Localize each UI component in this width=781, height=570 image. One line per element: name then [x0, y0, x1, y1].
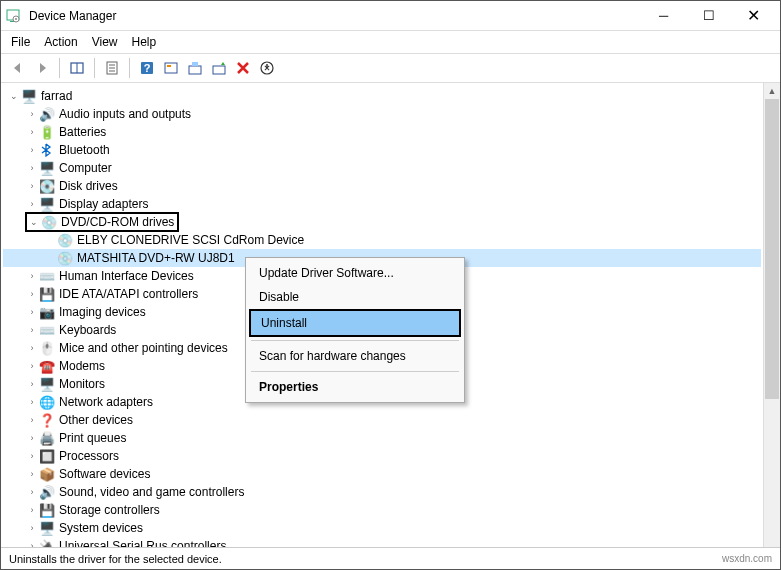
properties-icon[interactable] [101, 57, 123, 79]
expander-icon[interactable]: › [25, 505, 39, 515]
tree-root[interactable]: ⌄ 🖥️ farrad [3, 87, 761, 105]
dvd-icon: 💿 [57, 232, 73, 248]
display-icon: 🖥️ [39, 196, 55, 212]
context-menu: Update Driver Software... Disable Uninst… [245, 257, 465, 403]
expander-icon[interactable]: › [25, 433, 39, 443]
network-icon: 🌐 [39, 394, 55, 410]
expander-icon[interactable]: › [25, 469, 39, 479]
tree-item-storage[interactable]: ›💾Storage controllers [3, 501, 761, 519]
svg-rect-13 [189, 66, 201, 74]
forward-button[interactable] [31, 57, 53, 79]
show-hide-console-icon[interactable] [66, 57, 88, 79]
svg-rect-15 [213, 66, 225, 74]
maximize-button[interactable]: ☐ [686, 1, 731, 30]
svg-text:?: ? [144, 62, 151, 74]
expander-icon[interactable]: › [25, 397, 39, 407]
tree-label: Print queues [59, 431, 126, 445]
expander-icon[interactable]: › [25, 199, 39, 209]
highlight-box: Uninstall [249, 309, 461, 337]
expander-icon[interactable]: › [25, 487, 39, 497]
tree-item-print[interactable]: ›🖨️Print queues [3, 429, 761, 447]
expander-icon[interactable]: ⌄ [27, 217, 41, 227]
tree-label: Storage controllers [59, 503, 160, 517]
tree-label: Other devices [59, 413, 133, 427]
cpu-icon: 🔲 [39, 448, 55, 464]
ctx-disable[interactable]: Disable [249, 285, 461, 309]
tree-label: IDE ATA/ATAPI controllers [59, 287, 198, 301]
expander-icon[interactable]: ⌄ [7, 91, 21, 101]
tree-item-disk[interactable]: ›💽Disk drives [3, 177, 761, 195]
menu-file[interactable]: File [11, 35, 30, 49]
tree-item-computer[interactable]: ›🖥️Computer [3, 159, 761, 177]
expander-icon[interactable]: › [25, 307, 39, 317]
expander-icon[interactable]: › [25, 415, 39, 425]
other-icon: ❓ [39, 412, 55, 428]
ctx-scan[interactable]: Scan for hardware changes [249, 344, 461, 368]
expander-icon[interactable]: › [25, 451, 39, 461]
tree-item-bluetooth[interactable]: ›Bluetooth [3, 141, 761, 159]
expander-icon[interactable]: › [25, 361, 39, 371]
tree-item-software[interactable]: ›📦Software devices [3, 465, 761, 483]
close-button[interactable]: ✕ [731, 1, 776, 30]
scroll-up-icon[interactable]: ▲ [764, 83, 780, 99]
toolbar-separator [59, 58, 60, 78]
expander-icon[interactable]: › [25, 379, 39, 389]
menu-action[interactable]: Action [44, 35, 77, 49]
battery-icon: 🔋 [39, 124, 55, 140]
back-button[interactable] [7, 57, 29, 79]
tree-item-display[interactable]: ›🖥️Display adapters [3, 195, 761, 213]
tree-item-batteries[interactable]: ›🔋Batteries [3, 123, 761, 141]
expander-icon[interactable]: › [25, 343, 39, 353]
app-icon [5, 8, 21, 24]
menubar: File Action View Help [1, 31, 780, 54]
vertical-scrollbar[interactable]: ▲ ▼ [763, 83, 780, 565]
menu-view[interactable]: View [92, 35, 118, 49]
tree-label: DVD/CD-ROM drives [61, 215, 174, 229]
menu-help[interactable]: Help [132, 35, 157, 49]
tree-item-system[interactable]: ›🖥️System devices [3, 519, 761, 537]
ctx-properties[interactable]: Properties [249, 375, 461, 399]
ctx-uninstall[interactable]: Uninstall [251, 311, 459, 335]
window-title: Device Manager [29, 9, 641, 23]
tree-item-processors[interactable]: ›🔲Processors [3, 447, 761, 465]
tree-label: ELBY CLONEDRIVE SCSI CdRom Device [77, 233, 304, 247]
tree-label: Processors [59, 449, 119, 463]
tree-label: Keyboards [59, 323, 116, 337]
ctx-update-driver[interactable]: Update Driver Software... [249, 261, 461, 285]
tree-item-other[interactable]: ›❓Other devices [3, 411, 761, 429]
disable-icon[interactable] [256, 57, 278, 79]
tree-label: MATSHITA DVD+-RW UJ8D1 [77, 251, 235, 265]
tree-item-sound[interactable]: ›🔊Sound, video and game controllers [3, 483, 761, 501]
expander-icon[interactable]: › [25, 181, 39, 191]
imaging-icon: 📷 [39, 304, 55, 320]
mouse-icon: 🖱️ [39, 340, 55, 356]
help-icon[interactable]: ? [136, 57, 158, 79]
tree-label: Imaging devices [59, 305, 146, 319]
expander-icon[interactable]: › [25, 325, 39, 335]
expander-icon[interactable]: › [25, 109, 39, 119]
keyboard-icon: ⌨️ [39, 322, 55, 338]
tree-item-elby[interactable]: 💿ELBY CLONEDRIVE SCSI CdRom Device [3, 231, 761, 249]
scroll-thumb[interactable] [765, 99, 779, 399]
sound-icon: 🔊 [39, 484, 55, 500]
system-icon: 🖥️ [39, 520, 55, 536]
expander-icon[interactable]: › [25, 271, 39, 281]
expander-icon[interactable]: › [25, 289, 39, 299]
monitor-icon: 🖥️ [39, 376, 55, 392]
ctx-separator [251, 340, 459, 341]
expander-icon[interactable]: › [25, 523, 39, 533]
install-legacy-icon[interactable] [208, 57, 230, 79]
tree-item-dvd[interactable]: ⌄💿DVD/CD-ROM drives [3, 213, 761, 231]
tree-label: Audio inputs and outputs [59, 107, 191, 121]
expander-icon[interactable]: › [25, 145, 39, 155]
tree-item-audio[interactable]: ›🔊Audio inputs and outputs [3, 105, 761, 123]
toolbar-separator [94, 58, 95, 78]
tree-label: Human Interface Devices [59, 269, 194, 283]
update-driver-icon[interactable] [184, 57, 206, 79]
expander-icon[interactable]: › [25, 163, 39, 173]
uninstall-icon[interactable] [232, 57, 254, 79]
minimize-button[interactable]: ─ [641, 1, 686, 30]
svg-rect-12 [167, 65, 171, 67]
expander-icon[interactable]: › [25, 127, 39, 137]
scan-icon[interactable] [160, 57, 182, 79]
